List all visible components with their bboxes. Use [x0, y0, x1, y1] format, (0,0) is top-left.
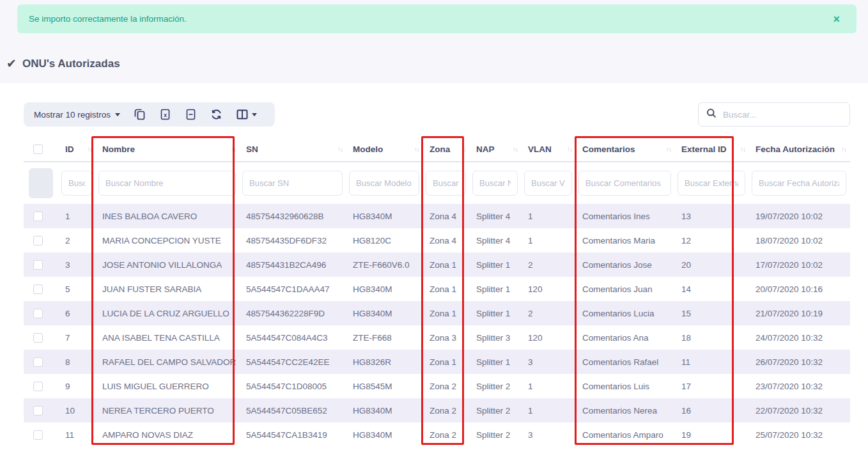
table-row: 6LUCIA DE LA CRUZ ARGUELLO4857544362228F… — [24, 301, 850, 325]
filter-input-external_id[interactable] — [678, 171, 745, 196]
row-select-cell — [24, 204, 59, 228]
filter-input-nombre[interactable] — [98, 171, 236, 196]
header-modelo[interactable]: Modelo↑↓ — [346, 137, 423, 162]
filter-cell — [470, 162, 522, 204]
cell-id: 1 — [59, 204, 96, 228]
row-checkbox[interactable] — [33, 430, 43, 440]
row-checkbox[interactable] — [33, 284, 43, 294]
row-checkbox[interactable] — [33, 333, 43, 343]
cell-external_id: 16 — [675, 398, 749, 423]
export-file-button[interactable] — [178, 102, 203, 127]
table-filter-row — [24, 162, 850, 204]
cell-nombre: JUAN FUSTER SARABIA — [96, 277, 240, 301]
cell-comentarios: Comentarios Amparo — [576, 423, 675, 447]
sort-icon[interactable]: ↑↓ — [414, 146, 419, 153]
search-input[interactable] — [723, 110, 842, 120]
header-label-id: ID — [65, 144, 74, 154]
file-text-icon — [186, 109, 196, 120]
filter-input-fecha[interactable] — [752, 171, 846, 196]
cell-id: 6 — [59, 301, 96, 325]
page-length-select[interactable]: Mostrar 10 registros — [34, 110, 127, 120]
refresh-button[interactable] — [203, 102, 229, 127]
cell-zona: Zona 4 — [423, 228, 470, 252]
row-checkbox[interactable] — [33, 212, 43, 221]
cell-id: 8 — [59, 350, 96, 374]
cell-external_id: 17 — [675, 374, 749, 398]
cell-vlan: 3 — [522, 350, 576, 374]
sort-icon[interactable]: ↑↓ — [567, 146, 572, 153]
filter-cell — [59, 162, 96, 204]
row-checkbox[interactable] — [33, 382, 43, 391]
cell-sn: 485754435DF6DF32 — [240, 228, 346, 252]
header-label-nombre: Nombre — [102, 144, 135, 154]
global-search — [698, 102, 850, 127]
cell-zona: Zona 2 — [423, 423, 470, 447]
filter-cell — [423, 162, 470, 204]
header-label-modelo: Modelo — [353, 144, 383, 154]
filter-input-zona[interactable] — [426, 171, 466, 196]
filter-cell — [522, 162, 576, 204]
sort-icon[interactable]: ↑↓ — [841, 146, 846, 153]
header-id[interactable]: ID↑↓ — [59, 137, 96, 162]
row-checkbox[interactable] — [33, 309, 43, 318]
header-nap[interactable]: NAP↑↓ — [470, 137, 522, 162]
cell-id: 3 — [59, 252, 96, 277]
cell-fecha: 21/07/2020 10:19 — [749, 301, 850, 325]
row-checkbox[interactable] — [33, 357, 43, 367]
cell-fecha: 19/07/2020 10:02 — [749, 204, 850, 228]
sort-icon[interactable]: ↑↓ — [740, 146, 745, 153]
row-checkbox[interactable] — [33, 236, 43, 245]
filter-input-id[interactable] — [61, 171, 92, 196]
cell-vlan: 2 — [522, 301, 576, 325]
close-icon[interactable]: × — [828, 11, 845, 27]
sort-icon[interactable]: ↑↓ — [513, 146, 518, 153]
cell-nap: Splitter 4 — [470, 204, 522, 228]
header-select — [24, 137, 59, 162]
column-visibility-button[interactable] — [229, 102, 265, 127]
filter-input-sn[interactable] — [242, 171, 343, 196]
page-length-label: Mostrar 10 registros — [34, 110, 111, 120]
row-checkbox[interactable] — [33, 260, 43, 270]
sort-icon[interactable]: ↑↓ — [337, 146, 343, 153]
search-icon — [706, 108, 717, 121]
check-icon: ✔ — [6, 56, 17, 71]
header-fecha[interactable]: Fecha Autorización↑↓ — [749, 137, 850, 162]
sort-icon[interactable]: ↑↓ — [666, 146, 671, 153]
cell-id: 5 — [59, 277, 96, 301]
cell-fecha: 22/07/2020 10:32 — [749, 398, 850, 423]
header-vlan[interactable]: VLAN↑↓ — [522, 137, 576, 162]
sort-icon[interactable]: ↑↓ — [87, 146, 92, 153]
cell-nap: Splitter 1 — [470, 252, 522, 277]
export-button-group: Mostrar 10 registros x — [24, 102, 275, 127]
table-row: 5JUAN FUSTER SARABIA5A544547C1DAAA47HG83… — [24, 277, 850, 301]
header-zona[interactable]: Zona↑↓ — [423, 137, 470, 162]
sort-icon[interactable]: ↑↓ — [231, 146, 236, 153]
filter-input-nap[interactable] — [472, 171, 518, 196]
cell-id: 7 — [59, 325, 96, 350]
cell-nap: Splitter 3 — [470, 325, 522, 350]
filter-input-modelo[interactable] — [349, 171, 419, 196]
row-checkbox[interactable] — [33, 406, 43, 415]
cell-nombre: JOSE ANTONIO VILLALONGA — [96, 252, 240, 277]
filter-cell — [675, 162, 749, 204]
cell-external_id: 19 — [675, 423, 749, 447]
page-title-text: ONU's Autorizadas — [22, 58, 120, 70]
header-label-vlan: VLAN — [528, 144, 552, 154]
header-label-fecha: Fecha Autorización — [756, 144, 835, 154]
cell-external_id: 14 — [675, 277, 749, 301]
header-external_id[interactable]: External ID↑↓ — [675, 137, 749, 162]
sort-icon[interactable]: ↑↓ — [461, 146, 466, 153]
row-select-cell — [24, 423, 59, 447]
cell-fecha: 24/07/2020 10:32 — [749, 325, 850, 350]
header-comentarios[interactable]: Comentarios↑↓ — [576, 137, 675, 162]
copy-button[interactable] — [127, 102, 152, 127]
filter-input-comentarios[interactable] — [578, 171, 671, 196]
export-excel-button[interactable]: x — [152, 102, 178, 127]
header-sn[interactable]: SN↑↓ — [240, 137, 346, 162]
cell-zona: Zona 4 — [423, 204, 470, 228]
filter-cell — [576, 162, 675, 204]
header-nombre[interactable]: Nombre↑↓ — [96, 137, 240, 162]
cell-nombre: LUCIA DE LA CRUZ ARGUELLO — [96, 301, 240, 325]
select-all-checkbox[interactable] — [33, 144, 43, 154]
filter-input-vlan[interactable] — [524, 171, 572, 196]
